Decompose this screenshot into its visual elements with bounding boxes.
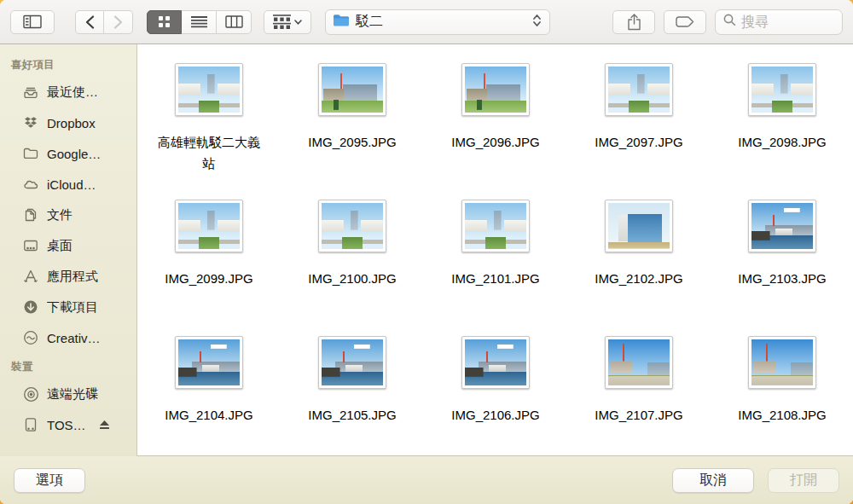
sidebar-item-label: iCloud… [47, 177, 96, 192]
file-name: IMG_2098.JPG [738, 131, 826, 153]
arrange-by-button[interactable] [264, 10, 311, 34]
file-thumbnail [175, 200, 243, 252]
file-item[interactable]: IMG_2100.JPG [281, 200, 424, 336]
file-thumbnail [461, 63, 530, 116]
cancel-button[interactable]: 取消 [672, 468, 754, 493]
thumbnail-photo [608, 339, 670, 385]
file-item[interactable]: IMG_2107.JPG [567, 336, 711, 456]
file-name: IMG_2101.JPG [451, 268, 539, 289]
file-thumbnail [605, 63, 673, 116]
sidebar-item-label: 文件 [47, 207, 73, 223]
chevron-down-icon [294, 20, 302, 25]
list-view-button[interactable] [182, 10, 217, 34]
file-item[interactable]: IMG_2098.JPG [711, 63, 853, 200]
forward-button[interactable] [104, 10, 133, 34]
file-name: IMG_2107.JPG [595, 404, 682, 426]
view-mode-segmented-control [147, 10, 252, 34]
icon-view-button[interactable] [147, 10, 182, 34]
sidebar-item[interactable]: Google… [0, 138, 136, 169]
current-folder-dropdown[interactable]: 駁二 [325, 9, 550, 35]
file-name: IMG_2096.JPG [451, 131, 539, 153]
options-button[interactable]: 選項 [14, 468, 85, 493]
current-folder-label: 駁二 [356, 13, 525, 31]
file-item[interactable]: IMG_2106.JPG [424, 336, 567, 456]
file-name: IMG_2104.JPG [165, 404, 252, 426]
navigation-buttons [75, 10, 133, 34]
thumbnail-photo [178, 203, 240, 249]
thumbnail-photo [751, 67, 813, 113]
column-view-button[interactable] [217, 10, 252, 34]
drive-icon [22, 416, 39, 433]
file-browser: 高雄輕軌駁二大義站IMG_2095.JPGIMG_2096.JPGIMG_209… [137, 44, 853, 456]
share-button[interactable] [612, 10, 655, 34]
group-by-icon [273, 14, 291, 29]
file-item[interactable]: IMG_2102.JPG [567, 200, 711, 336]
file-name: IMG_2105.JPG [308, 404, 396, 426]
eject-icon[interactable] [99, 420, 110, 430]
document-icon [22, 206, 39, 223]
thumbnail-photo [322, 339, 383, 385]
thumbnail-photo [751, 339, 813, 385]
file-item[interactable]: IMG_2096.JPG [424, 63, 567, 200]
grid-view-icon [158, 15, 171, 28]
sidebar-item[interactable]: 桌面 [0, 230, 136, 261]
toolbar: 駁二 [0, 0, 853, 44]
search-icon [723, 14, 736, 30]
sidebar-item-label: 應用程式 [47, 269, 98, 285]
file-item[interactable]: IMG_2095.JPG [281, 63, 424, 200]
thumbnail-photo [178, 339, 240, 385]
chevron-left-icon [85, 15, 95, 29]
sidebar-section-header: 裝置 [0, 353, 136, 379]
file-item[interactable]: IMG_2099.JPG [137, 200, 281, 336]
sidebar-item-label: 桌面 [47, 238, 73, 254]
file-thumbnail [748, 63, 816, 116]
tag-icon [676, 16, 694, 27]
file-name: IMG_2103.JPG [738, 268, 826, 289]
file-thumbnail [748, 336, 816, 389]
sidebar-item[interactable]: 下載項目 [0, 292, 136, 322]
back-button[interactable] [75, 10, 104, 34]
thumbnail-photo [178, 67, 240, 113]
sidebar-item-label: TOS… [47, 418, 86, 432]
file-item[interactable]: 高雄輕軌駁二大義站 [137, 63, 281, 200]
dialog-content: 喜好項目最近使…DropboxGoogle…iCloud…文件桌面應用程式下載項… [0, 44, 853, 456]
file-thumbnail [318, 63, 386, 116]
file-item[interactable]: IMG_2104.JPG [137, 336, 281, 456]
file-item[interactable]: IMG_2101.JPG [424, 200, 567, 336]
file-grid: 高雄輕軌駁二大義站IMG_2095.JPGIMG_2096.JPGIMG_209… [137, 44, 853, 456]
sidebar-item[interactable]: TOS… [0, 409, 136, 440]
sidebar-item-label: Google… [47, 147, 101, 161]
file-item[interactable]: IMG_2108.JPG [711, 336, 853, 456]
sidebar-item[interactable]: 應用程式 [0, 261, 136, 292]
tag-button[interactable] [664, 10, 706, 34]
sidebar-item[interactable]: iCloud… [0, 169, 136, 200]
up-down-chevrons-icon [531, 14, 543, 31]
file-item[interactable]: IMG_2103.JPG [711, 200, 853, 336]
sidebar-item[interactable]: Dropbox [0, 107, 136, 138]
file-thumbnail [318, 200, 386, 252]
sidebar-item[interactable]: 遠端光碟 [0, 379, 136, 409]
sidebar-item-label: 遠端光碟 [47, 386, 98, 403]
thumbnail-photo [465, 203, 526, 249]
search-field[interactable] [715, 9, 843, 35]
toggle-sidebar-button[interactable] [10, 10, 55, 34]
sidebar-item[interactable]: 最近使… [0, 77, 136, 107]
thumbnail-photo [608, 67, 670, 113]
applications-icon [22, 268, 39, 285]
file-thumbnail [318, 336, 386, 389]
thumbnail-photo [465, 339, 526, 385]
thumbnail-photo [322, 67, 383, 113]
sidebar-item[interactable]: Creativ… [0, 322, 136, 353]
sidebar-item-label: 最近使… [47, 84, 98, 101]
thumbnail-photo [608, 203, 670, 249]
file-thumbnail [175, 336, 243, 389]
file-item[interactable]: IMG_2097.JPG [567, 63, 711, 200]
sidebar-item[interactable]: 文件 [0, 200, 136, 230]
file-thumbnail [748, 200, 816, 252]
search-input[interactable] [741, 14, 834, 30]
file-name: IMG_2099.JPG [165, 268, 252, 289]
open-button[interactable]: 打開 [768, 468, 839, 493]
dialog-footer: 選項 取消 打開 [0, 456, 853, 504]
file-name: IMG_2095.JPG [308, 131, 396, 153]
file-item[interactable]: IMG_2105.JPG [281, 336, 424, 456]
